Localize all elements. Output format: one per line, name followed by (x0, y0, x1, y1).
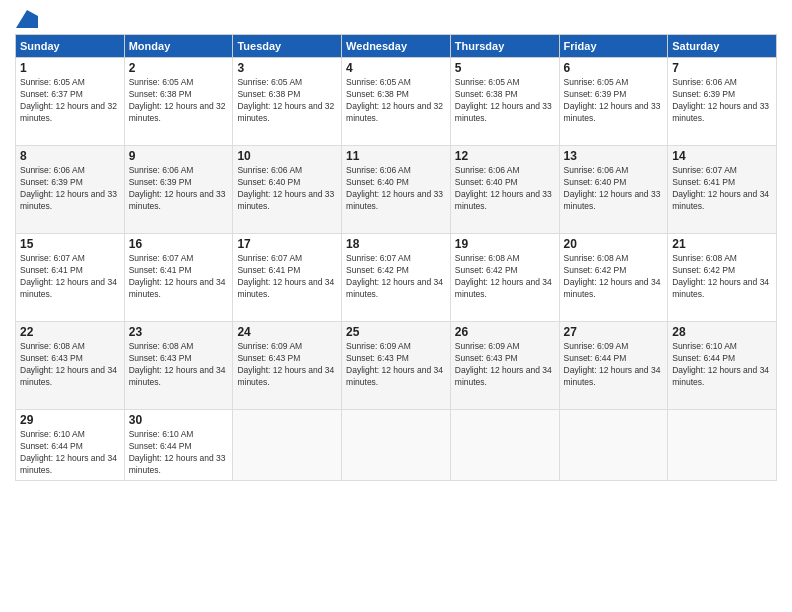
empty-cell (559, 410, 668, 481)
day-cell-13: 13 Sunrise: 6:06 AM Sunset: 6:40 PM Dayl… (559, 146, 668, 234)
day-cell-10: 10 Sunrise: 6:06 AM Sunset: 6:40 PM Dayl… (233, 146, 342, 234)
day-cell-8: 8 Sunrise: 6:06 AM Sunset: 6:39 PM Dayli… (16, 146, 125, 234)
day-number-7: 7 (672, 61, 772, 75)
day-cell-18: 18 Sunrise: 6:07 AM Sunset: 6:42 PM Dayl… (342, 234, 451, 322)
day-info-28: Sunrise: 6:10 AM Sunset: 6:44 PM Dayligh… (672, 341, 772, 389)
day-info-24: Sunrise: 6:09 AM Sunset: 6:43 PM Dayligh… (237, 341, 337, 389)
day-info-22: Sunrise: 6:08 AM Sunset: 6:43 PM Dayligh… (20, 341, 120, 389)
day-cell-22: 22 Sunrise: 6:08 AM Sunset: 6:43 PM Dayl… (16, 322, 125, 410)
logo-icon (16, 10, 38, 28)
day-cell-28: 28 Sunrise: 6:10 AM Sunset: 6:44 PM Dayl… (668, 322, 777, 410)
day-number-30: 30 (129, 413, 229, 427)
empty-cell (450, 410, 559, 481)
day-info-17: Sunrise: 6:07 AM Sunset: 6:41 PM Dayligh… (237, 253, 337, 301)
day-info-4: Sunrise: 6:05 AM Sunset: 6:38 PM Dayligh… (346, 77, 446, 125)
day-cell-24: 24 Sunrise: 6:09 AM Sunset: 6:43 PM Dayl… (233, 322, 342, 410)
day-info-11: Sunrise: 6:06 AM Sunset: 6:40 PM Dayligh… (346, 165, 446, 213)
day-number-21: 21 (672, 237, 772, 251)
day-info-12: Sunrise: 6:06 AM Sunset: 6:40 PM Dayligh… (455, 165, 555, 213)
empty-cell (233, 410, 342, 481)
day-cell-25: 25 Sunrise: 6:09 AM Sunset: 6:43 PM Dayl… (342, 322, 451, 410)
day-cell-15: 15 Sunrise: 6:07 AM Sunset: 6:41 PM Dayl… (16, 234, 125, 322)
header-friday: Friday (559, 35, 668, 58)
day-cell-23: 23 Sunrise: 6:08 AM Sunset: 6:43 PM Dayl… (124, 322, 233, 410)
day-cell-16: 16 Sunrise: 6:07 AM Sunset: 6:41 PM Dayl… (124, 234, 233, 322)
logo (15, 10, 38, 26)
page: Sunday Monday Tuesday Wednesday Thursday… (0, 0, 792, 612)
day-number-22: 22 (20, 325, 120, 339)
day-cell-9: 9 Sunrise: 6:06 AM Sunset: 6:39 PM Dayli… (124, 146, 233, 234)
week-row-1: 1 Sunrise: 6:05 AM Sunset: 6:37 PM Dayli… (16, 58, 777, 146)
empty-cell (342, 410, 451, 481)
day-number-6: 6 (564, 61, 664, 75)
day-info-30: Sunrise: 6:10 AM Sunset: 6:44 PM Dayligh… (129, 429, 229, 477)
day-info-25: Sunrise: 6:09 AM Sunset: 6:43 PM Dayligh… (346, 341, 446, 389)
week-row-3: 15 Sunrise: 6:07 AM Sunset: 6:41 PM Dayl… (16, 234, 777, 322)
day-cell-6: 6 Sunrise: 6:05 AM Sunset: 6:39 PM Dayli… (559, 58, 668, 146)
day-cell-27: 27 Sunrise: 6:09 AM Sunset: 6:44 PM Dayl… (559, 322, 668, 410)
day-number-3: 3 (237, 61, 337, 75)
week-row-5: 29 Sunrise: 6:10 AM Sunset: 6:44 PM Dayl… (16, 410, 777, 481)
day-info-18: Sunrise: 6:07 AM Sunset: 6:42 PM Dayligh… (346, 253, 446, 301)
day-cell-7: 7 Sunrise: 6:06 AM Sunset: 6:39 PM Dayli… (668, 58, 777, 146)
day-info-26: Sunrise: 6:09 AM Sunset: 6:43 PM Dayligh… (455, 341, 555, 389)
header-saturday: Saturday (668, 35, 777, 58)
week-row-2: 8 Sunrise: 6:06 AM Sunset: 6:39 PM Dayli… (16, 146, 777, 234)
header (15, 10, 777, 26)
day-cell-12: 12 Sunrise: 6:06 AM Sunset: 6:40 PM Dayl… (450, 146, 559, 234)
day-cell-2: 2 Sunrise: 6:05 AM Sunset: 6:38 PM Dayli… (124, 58, 233, 146)
day-number-5: 5 (455, 61, 555, 75)
day-number-10: 10 (237, 149, 337, 163)
day-info-6: Sunrise: 6:05 AM Sunset: 6:39 PM Dayligh… (564, 77, 664, 125)
header-sunday: Sunday (16, 35, 125, 58)
day-cell-21: 21 Sunrise: 6:08 AM Sunset: 6:42 PM Dayl… (668, 234, 777, 322)
day-cell-30: 30 Sunrise: 6:10 AM Sunset: 6:44 PM Dayl… (124, 410, 233, 481)
day-info-1: Sunrise: 6:05 AM Sunset: 6:37 PM Dayligh… (20, 77, 120, 125)
day-number-19: 19 (455, 237, 555, 251)
svg-marker-0 (16, 10, 38, 28)
day-cell-4: 4 Sunrise: 6:05 AM Sunset: 6:38 PM Dayli… (342, 58, 451, 146)
day-info-2: Sunrise: 6:05 AM Sunset: 6:38 PM Dayligh… (129, 77, 229, 125)
day-number-4: 4 (346, 61, 446, 75)
calendar: Sunday Monday Tuesday Wednesday Thursday… (15, 34, 777, 481)
day-number-29: 29 (20, 413, 120, 427)
empty-cell (668, 410, 777, 481)
day-number-20: 20 (564, 237, 664, 251)
day-info-5: Sunrise: 6:05 AM Sunset: 6:38 PM Dayligh… (455, 77, 555, 125)
day-number-1: 1 (20, 61, 120, 75)
day-cell-19: 19 Sunrise: 6:08 AM Sunset: 6:42 PM Dayl… (450, 234, 559, 322)
day-number-12: 12 (455, 149, 555, 163)
weekday-header-row: Sunday Monday Tuesday Wednesday Thursday… (16, 35, 777, 58)
day-cell-29: 29 Sunrise: 6:10 AM Sunset: 6:44 PM Dayl… (16, 410, 125, 481)
day-number-2: 2 (129, 61, 229, 75)
day-cell-3: 3 Sunrise: 6:05 AM Sunset: 6:38 PM Dayli… (233, 58, 342, 146)
day-info-14: Sunrise: 6:07 AM Sunset: 6:41 PM Dayligh… (672, 165, 772, 213)
day-info-9: Sunrise: 6:06 AM Sunset: 6:39 PM Dayligh… (129, 165, 229, 213)
day-cell-1: 1 Sunrise: 6:05 AM Sunset: 6:37 PM Dayli… (16, 58, 125, 146)
day-number-27: 27 (564, 325, 664, 339)
day-number-18: 18 (346, 237, 446, 251)
header-tuesday: Tuesday (233, 35, 342, 58)
day-number-25: 25 (346, 325, 446, 339)
day-number-14: 14 (672, 149, 772, 163)
day-info-7: Sunrise: 6:06 AM Sunset: 6:39 PM Dayligh… (672, 77, 772, 125)
day-number-16: 16 (129, 237, 229, 251)
day-number-28: 28 (672, 325, 772, 339)
day-number-17: 17 (237, 237, 337, 251)
day-number-8: 8 (20, 149, 120, 163)
day-info-15: Sunrise: 6:07 AM Sunset: 6:41 PM Dayligh… (20, 253, 120, 301)
day-cell-14: 14 Sunrise: 6:07 AM Sunset: 6:41 PM Dayl… (668, 146, 777, 234)
header-monday: Monday (124, 35, 233, 58)
day-info-16: Sunrise: 6:07 AM Sunset: 6:41 PM Dayligh… (129, 253, 229, 301)
week-row-4: 22 Sunrise: 6:08 AM Sunset: 6:43 PM Dayl… (16, 322, 777, 410)
day-info-13: Sunrise: 6:06 AM Sunset: 6:40 PM Dayligh… (564, 165, 664, 213)
day-info-27: Sunrise: 6:09 AM Sunset: 6:44 PM Dayligh… (564, 341, 664, 389)
day-info-21: Sunrise: 6:08 AM Sunset: 6:42 PM Dayligh… (672, 253, 772, 301)
day-number-15: 15 (20, 237, 120, 251)
day-info-3: Sunrise: 6:05 AM Sunset: 6:38 PM Dayligh… (237, 77, 337, 125)
day-info-10: Sunrise: 6:06 AM Sunset: 6:40 PM Dayligh… (237, 165, 337, 213)
day-cell-26: 26 Sunrise: 6:09 AM Sunset: 6:43 PM Dayl… (450, 322, 559, 410)
day-info-23: Sunrise: 6:08 AM Sunset: 6:43 PM Dayligh… (129, 341, 229, 389)
day-number-9: 9 (129, 149, 229, 163)
day-cell-5: 5 Sunrise: 6:05 AM Sunset: 6:38 PM Dayli… (450, 58, 559, 146)
